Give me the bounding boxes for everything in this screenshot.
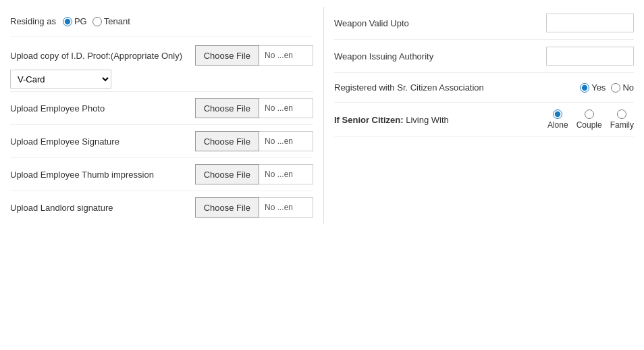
- alone-label: Alone: [547, 120, 568, 130]
- sr-citizen-label: Registered with Sr. Citizen Association: [334, 82, 573, 93]
- upload-section: Upload copy of I.D. Proof:(Appropriate O…: [10, 36, 313, 224]
- weapon-issuing-input[interactable]: [546, 47, 634, 66]
- weapon-valid-input[interactable]: [546, 14, 634, 32]
- living-with-radio-group: Alone Couple Family: [547, 109, 634, 130]
- upload-signature-label: Upload Employee Signature: [10, 136, 195, 147]
- senior-citizen-bold: If Senior Citizen:: [334, 115, 404, 125]
- upload-photo-label: Upload Employee Photo: [10, 103, 195, 114]
- photo-choose-file-button[interactable]: Choose File: [195, 98, 259, 118]
- couple-radio[interactable]: [585, 109, 594, 119]
- sr-citizen-control: Yes No: [573, 82, 634, 93]
- living-with-text: Living With: [406, 115, 449, 125]
- thumb-choose-file-button[interactable]: Choose File: [195, 164, 259, 184]
- upload-landlord-row: Upload Landlord signature Choose File No…: [10, 191, 313, 224]
- upload-photo-row: Upload Employee Photo Choose File No ...…: [10, 92, 313, 125]
- upload-landlord-label: Upload Landlord signature: [10, 203, 195, 213]
- sr-no-item[interactable]: No: [611, 82, 634, 93]
- upload-landlord-controls: Choose File No ...en: [195, 197, 313, 218]
- signature-file-name: No ...en: [259, 131, 313, 151]
- tenant-radio-item[interactable]: Tenant: [92, 16, 130, 26]
- residing-row: Residing as PG Tenant: [10, 7, 313, 36]
- family-radio-item[interactable]: Family: [610, 109, 634, 130]
- id-proof-select[interactable]: V-Card Aadhar Card PAN Card Passport Dri…: [10, 70, 111, 89]
- family-radio[interactable]: [617, 109, 626, 119]
- family-label: Family: [610, 120, 634, 130]
- landlord-choose-file-button[interactable]: Choose File: [195, 197, 259, 218]
- sr-no-label: No: [622, 82, 634, 93]
- sr-yes-radio[interactable]: [580, 83, 589, 93]
- upload-signature-row: Upload Employee Signature Choose File No…: [10, 125, 313, 158]
- pg-label: PG: [74, 16, 87, 26]
- id-proof-upload-controls: Choose File No ...en: [195, 45, 313, 66]
- sr-yes-label: Yes: [591, 82, 606, 93]
- living-with-control: Alone Couple Family: [547, 109, 634, 130]
- weapon-issuing-label: Weapon Issuing Authority: [334, 51, 546, 61]
- sr-citizen-radio-group: Yes No: [580, 82, 634, 93]
- signature-choose-file-button[interactable]: Choose File: [195, 131, 259, 151]
- id-proof-dropdown-row: V-Card Aadhar Card PAN Card Passport Dri…: [10, 70, 313, 89]
- alone-radio[interactable]: [553, 109, 562, 119]
- upload-photo-controls: Choose File No ...en: [195, 98, 313, 118]
- alone-radio-item[interactable]: Alone: [547, 109, 568, 130]
- upload-signature-controls: Choose File No ...en: [195, 131, 313, 151]
- landlord-file-name: No ...en: [259, 197, 313, 218]
- id-proof-file-name: No ...en: [259, 45, 313, 66]
- weapon-valid-control: [546, 14, 634, 32]
- couple-label: Couple: [576, 120, 602, 130]
- pg-radio-item[interactable]: PG: [63, 16, 87, 26]
- upload-thumb-controls: Choose File No ...en: [195, 164, 313, 184]
- sr-no-radio[interactable]: [611, 83, 620, 93]
- residing-label: Residing as: [10, 16, 56, 26]
- sr-yes-item[interactable]: Yes: [580, 82, 606, 93]
- weapon-issuing-row: Weapon Issuing Authority: [334, 40, 634, 73]
- upload-thumb-row: Upload Employee Thumb impression Choose …: [10, 158, 313, 191]
- tenant-radio[interactable]: [92, 17, 102, 26]
- photo-file-name: No ...en: [259, 98, 313, 118]
- id-proof-label: Upload copy of I.D. Proof:(Appropriate O…: [10, 51, 182, 61]
- upload-thumb-label: Upload Employee Thumb impression: [10, 170, 195, 180]
- id-proof-choose-file-button[interactable]: Choose File: [195, 45, 259, 66]
- residing-radio-group: PG Tenant: [63, 16, 130, 26]
- weapon-valid-label: Weapon Valid Upto: [334, 18, 546, 28]
- pg-radio[interactable]: [63, 17, 72, 26]
- senior-citizen-row: If Senior Citizen: Living With Alone Cou…: [334, 103, 634, 137]
- tenant-label: Tenant: [104, 16, 130, 26]
- weapon-issuing-control: [546, 47, 634, 66]
- thumb-file-name: No ...en: [259, 164, 313, 184]
- weapon-valid-row: Weapon Valid Upto: [334, 7, 634, 40]
- sr-citizen-row: Registered with Sr. Citizen Association …: [334, 73, 634, 103]
- couple-radio-item[interactable]: Couple: [576, 109, 602, 130]
- senior-citizen-label: If Senior Citizen: Living With: [334, 115, 547, 125]
